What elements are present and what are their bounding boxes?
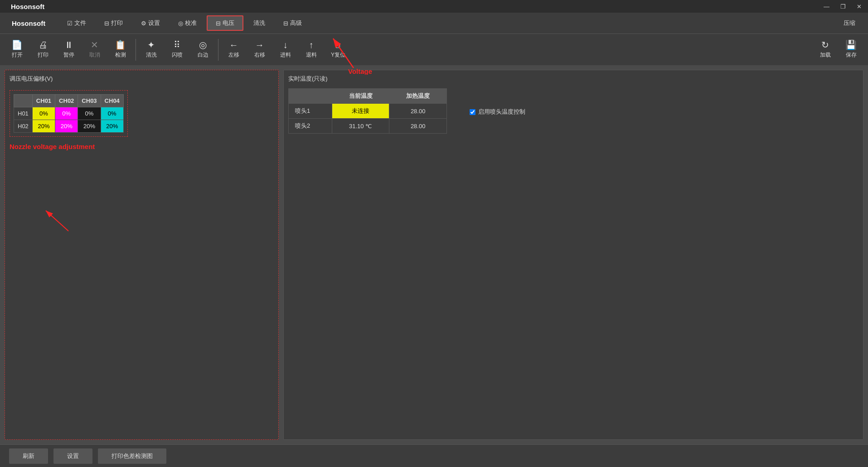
menu-item-voltage[interactable]: ⊟ 电压 [207, 15, 243, 31]
temp-control-label[interactable]: 启用喷头温度控制 [478, 108, 525, 116]
temp-col-empty [289, 89, 332, 104]
table-row: H02 20% 20% 20% 20% [14, 120, 124, 133]
h01-ch02-cell[interactable]: 0% [55, 107, 78, 120]
col-ch03: CH03 [78, 95, 101, 107]
right-button[interactable]: → 右移 [247, 38, 272, 62]
h02-ch04-cell[interactable]: 20% [101, 120, 123, 133]
nozzle-voltage-annotation: Nozzle voltage adjustment [10, 143, 274, 150]
reload-button[interactable]: ↻ 加载 [813, 38, 838, 62]
menu-bar: Hosonsoft ☑ 文件 ⊟ 打印 ⚙ 设置 ◎ 校准 ⊟ 电压 清洗 ⊟ … [0, 13, 868, 34]
cancel-button[interactable]: ✕ 取消 [82, 38, 107, 62]
menu-item-file[interactable]: ☑ 文件 [59, 16, 94, 30]
refresh-button[interactable]: 刷新 [9, 448, 48, 464]
left-button[interactable]: ← 左移 [221, 38, 246, 62]
reload-icon: ↻ [821, 40, 829, 49]
calibrate-icon: ◎ [178, 20, 183, 27]
print-label: 打印 [38, 51, 48, 59]
minimize-button[interactable]: — [821, 2, 832, 11]
voltage-panel: 调压电压偏移(V) CH01 CH02 CH03 CH04 H01 0% [5, 70, 279, 440]
open-icon: 📄 [11, 40, 23, 49]
detect-button[interactable]: 📋 检测 [108, 38, 133, 62]
col-ch01: CH01 [32, 95, 55, 107]
h02-ch03-cell[interactable]: 20% [78, 120, 101, 133]
voltage-table: CH01 CH02 CH03 CH04 H01 0% 0% 0% 0% [14, 94, 124, 133]
menu-item-calibrate-label: 校准 [185, 19, 197, 27]
menu-item-calibrate[interactable]: ◎ 校准 [170, 16, 205, 30]
h02-ch02-cell[interactable]: 20% [55, 120, 78, 133]
menu-item-compress-label: 压缩 [844, 19, 855, 27]
feed-icon: ↓ [283, 40, 288, 49]
home-button[interactable]: ⌂ Y复位 [325, 38, 352, 62]
nozzle1-heating-temp: 28.00 [389, 104, 447, 119]
temp-col-heating: 加热温度 [389, 89, 447, 104]
toolbar: 📄 打开 🖨 打印 ⏸ 暂停 ✕ 取消 📋 检测 ✦ 清洗 ⠿ 闪喷 ◎ 白边 … [0, 34, 868, 65]
right-icon: → [255, 40, 264, 49]
menu-item-compress[interactable]: 压缩 [835, 16, 863, 30]
voltage-table-box: CH01 CH02 CH03 CH04 H01 0% 0% 0% 0% [10, 90, 128, 137]
h01-ch04-cell[interactable]: 0% [101, 107, 123, 120]
temp-table-container: 当前温度 加热温度 喷头1 未连接 28.00 喷头2 31.10 ℃ [288, 88, 447, 134]
feed-button[interactable]: ↓ 进料 [273, 38, 298, 62]
nozzle1-header: 喷头1 [289, 104, 332, 119]
flash-button[interactable]: ⠿ 闪喷 [165, 38, 189, 62]
window-controls: — ❐ ✕ [821, 2, 864, 11]
arrow-svg [32, 202, 87, 233]
menu-item-file-label: 文件 [74, 19, 86, 27]
voltage-panel-title: 调压电压偏移(V) [10, 75, 274, 83]
menu-item-settings-label: 设置 [148, 19, 160, 27]
menu-item-advanced-label: 高级 [290, 19, 302, 27]
h01-ch01-cell[interactable]: 0% [32, 107, 55, 120]
clean-button[interactable]: ✦ 清洗 [139, 38, 164, 62]
clean-label: 清洗 [146, 51, 157, 59]
pause-button[interactable]: ⏸ 暂停 [56, 38, 81, 62]
menu-item-advanced[interactable]: ⊟ 高级 [275, 16, 310, 30]
detect-label: 检测 [115, 51, 126, 59]
file-icon: ☑ [67, 20, 73, 27]
close-button[interactable]: ✕ [854, 2, 864, 11]
print-icon: 🖨 [39, 40, 48, 49]
print-icon: ⊟ [104, 20, 109, 27]
print-color-check-button[interactable]: 打印色差检测图 [98, 448, 166, 464]
flash-label: 闪喷 [172, 51, 183, 59]
clean-icon: ✦ [147, 40, 155, 49]
open-button[interactable]: 📄 打开 [5, 38, 29, 62]
h02-ch01-cell[interactable]: 20% [32, 120, 55, 133]
temperature-table: 当前温度 加热温度 喷头1 未连接 28.00 喷头2 31.10 ℃ [288, 88, 447, 134]
menu-item-print-label: 打印 [111, 19, 123, 27]
white-edge-icon: ◎ [199, 40, 207, 49]
advanced-icon: ⊟ [283, 20, 288, 27]
left-label: 左移 [228, 51, 239, 59]
temp-section: 当前温度 加热温度 喷头1 未连接 28.00 喷头2 31.10 ℃ [288, 88, 858, 134]
col-empty [14, 95, 33, 107]
nozzle2-current-temp: 31.10 ℃ [332, 119, 389, 134]
title-bar: Hosonsoft — ❐ ✕ [0, 0, 868, 13]
white-edge-button[interactable]: ◎ 白边 [190, 38, 215, 62]
table-row: H01 0% 0% 0% 0% [14, 107, 124, 120]
voltage-icon: ⊟ [216, 20, 221, 27]
retract-button[interactable]: ↑ 退料 [299, 38, 324, 62]
maximize-button[interactable]: ❐ [838, 2, 849, 11]
menu-item-clean-label: 清洗 [253, 19, 265, 27]
left-icon: ← [229, 40, 238, 49]
divider-1 [136, 39, 136, 61]
cancel-icon: ✕ [91, 40, 98, 49]
temp-control-checkbox[interactable] [470, 109, 475, 115]
nozzle2-header: 喷头2 [289, 119, 332, 134]
settings-button[interactable]: 设置 [53, 448, 92, 464]
menu-item-clean[interactable]: 清洗 [245, 16, 273, 30]
brand-label: Hosonsoft [4, 0, 52, 13]
temp-col-current: 当前温度 [332, 89, 389, 104]
row-h02-header: H02 [14, 120, 33, 133]
save-button[interactable]: 💾 保存 [839, 38, 863, 62]
home-label: Y复位 [331, 51, 345, 59]
settings-icon: ⚙ [141, 20, 146, 27]
divider-2 [218, 39, 218, 61]
save-label: 保存 [846, 51, 857, 59]
h01-ch03-cell[interactable]: 0% [78, 107, 101, 120]
menu-item-settings[interactable]: ⚙ 设置 [133, 16, 168, 30]
save-icon: 💾 [845, 40, 857, 49]
detect-icon: 📋 [115, 40, 126, 49]
print-button[interactable]: 🖨 打印 [30, 38, 55, 62]
feed-label: 进料 [280, 51, 291, 59]
menu-item-print[interactable]: ⊟ 打印 [96, 16, 131, 30]
